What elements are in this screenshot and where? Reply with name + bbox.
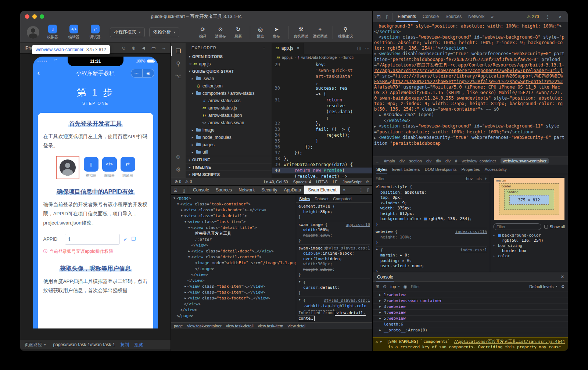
mini-program-screen[interactable]: ●●●●● ◠ 11:31 100% ‹ 小程序新手教程 ••• ◉ xyxy=(33,57,158,328)
expand-arrow-icon[interactable]: ▼ xyxy=(183,219,187,225)
warnings-indicator[interactable]: ⚠ 0 xyxy=(185,179,192,184)
expand-arrow-icon[interactable] xyxy=(191,266,195,272)
code-area[interactable]: 29 key: 'swan-quick-st art-tasksData' xyxy=(272,61,372,178)
element-node[interactable]: </view> xyxy=(171,243,296,248)
stylesheet-link[interactable]: styles_slaves.css:1 xyxy=(324,298,370,303)
page-path-select[interactable]: 页面路径 xyxy=(25,342,42,348)
expand-arrow-icon[interactable]: ▶ xyxy=(379,310,384,315)
expand-arrow-icon[interactable]: ▶ xyxy=(380,339,385,344)
box-model-margin[interactable]: margin border padding 375 × 812 xyxy=(494,178,564,220)
css-property[interactable]: z-index: 9; xyxy=(376,201,487,206)
close-drawer-icon[interactable]: × xyxy=(561,274,564,280)
status-item[interactable]: Ln 40, Col 50 xyxy=(264,180,288,184)
rule-selector[interactable]: * xyxy=(298,280,301,285)
section-open-editors[interactable]: ▾ OPEN EDITORS xyxy=(186,53,272,60)
element-node[interactable]: ▼<webview disablewebsecurity="true" webp… xyxy=(374,51,565,112)
css-property[interactable]: height:225px; xyxy=(298,267,370,273)
styles-pane-tab[interactable]: Computed xyxy=(333,197,352,201)
source-link[interactable]: /Applications/百度开发者工具…ist/san.ssr.js:464… xyxy=(454,339,565,344)
element-node[interactable]: </view> xyxy=(171,278,296,284)
more-actions-icon[interactable]: ⋯ xyxy=(365,46,369,51)
breadcrumb-item[interactable]: section xyxy=(409,159,422,163)
console-entry[interactable]: ▶1: webview xyxy=(373,292,568,298)
search-icon[interactable]: ⚲ xyxy=(171,57,186,70)
source-control-icon[interactable]: ⌥ xyxy=(171,70,186,82)
close-icon[interactable]: × xyxy=(297,46,300,51)
element-node[interactable]: ▶#shadow-root (open) xyxy=(374,112,565,118)
element-node[interactable]: ▶<section class="webview-background" id=… xyxy=(374,123,565,135)
panel-toggle-button[interactable]: ⇄ 调试器 xyxy=(87,25,103,40)
close-icon[interactable]: × xyxy=(556,14,564,19)
expand-arrow-icon[interactable]: ▼ xyxy=(180,213,184,219)
css-property[interactable]: overflow:hidden; xyxy=(298,256,370,262)
css-property[interactable]: width:300px; xyxy=(298,262,370,267)
new-rule-button[interactable]: + xyxy=(485,176,487,181)
computed-property[interactable]: ▸background-color rgb(50, 136, 254) xyxy=(493,233,565,243)
color-swatch[interactable] xyxy=(424,218,427,220)
expand-arrow-icon[interactable] xyxy=(172,313,176,319)
status-item[interactable]: Spaces: 4 xyxy=(293,180,311,184)
expand-arrow-icon[interactable]: ▸ xyxy=(493,254,497,259)
open-editor-item[interactable]: × JS app.js xyxy=(186,60,272,68)
expand-arrow-icon[interactable]: ▼ xyxy=(374,51,379,57)
devtools-tab[interactable]: Elements xyxy=(394,11,419,22)
styles-filter-input[interactable] xyxy=(376,176,462,181)
expand-arrow-icon[interactable] xyxy=(187,272,191,278)
toggle-class-button[interactable]: .cls xyxy=(476,176,482,181)
element-node[interactable]: ::after xyxy=(171,237,296,243)
styles-pane-tab[interactable]: Styles xyxy=(299,197,310,201)
expand-arrow-icon[interactable] xyxy=(180,301,184,307)
expand-arrow-icon[interactable] xyxy=(379,321,384,327)
expand-arrow-icon[interactable]: ▸ xyxy=(493,233,497,238)
console-entry[interactable]: ▶2: webview.swan-container xyxy=(373,298,568,304)
device-toolbar-icon[interactable]: ▯ xyxy=(383,11,391,22)
mode-select[interactable]: 小程序模式 ▾ xyxy=(110,28,145,37)
css-property[interactable]: cursor:default; xyxy=(298,285,370,291)
expand-arrow-icon[interactable]: ▶ xyxy=(187,248,191,254)
file-tree-item[interactable]: ▸ image xyxy=(186,126,272,134)
css-property[interactable]: height: 100%; xyxy=(376,235,487,240)
console-entry[interactable]: ▶5: webview xyxy=(373,316,568,321)
css-property[interactable]: padding: ▸ 0; xyxy=(376,258,487,264)
breadcrumb-item[interactable]: view.detai xyxy=(288,324,305,328)
expand-arrow-icon[interactable]: ▶ xyxy=(374,135,379,141)
element-node[interactable]: ▼<view class="task-container"> xyxy=(171,201,296,207)
sidebar-tab[interactable]: Event Listeners xyxy=(392,167,420,172)
devtools-tab[interactable]: Sources xyxy=(212,186,235,194)
appid-input[interactable] xyxy=(65,234,120,245)
analysis-select[interactable]: 依赖分析 ▾ xyxy=(149,28,180,37)
more-actions-icon[interactable]: ⋯ xyxy=(261,46,266,50)
close-icon[interactable]: × xyxy=(189,62,191,66)
element-node[interactable]: ▼<page> xyxy=(171,195,296,201)
devtools-tab[interactable]: Network xyxy=(465,11,488,22)
element-node[interactable]: </image> xyxy=(171,266,296,272)
element-node[interactable]: ▼<view class="task-item"> xyxy=(171,219,296,225)
preview-path-link[interactable]: 预览 xyxy=(134,342,143,348)
element-node[interactable]: ▶<view class="detail-desc">…</view> xyxy=(171,248,296,254)
box-model-padding[interactable]: padding 375 × 812 xyxy=(504,189,554,210)
console-entry[interactable]: ▶__proto__: Array(0) xyxy=(373,327,568,333)
css-property[interactable]: background-color: rgb(50, 136, 254); xyxy=(376,216,487,222)
element-node[interactable]: ▶<view class="task-footer">…</view> xyxy=(171,295,296,301)
box-model-content[interactable]: 375 × 812 xyxy=(509,195,549,205)
device-toolbar-icon[interactable]: ☺ xyxy=(121,45,126,51)
context-select[interactable]: top ▾ xyxy=(390,284,399,289)
toolbar-action-button[interactable]: ⚲ 搜索建议 xyxy=(333,26,355,39)
computed-property[interactable]: ▸box-sizing border-box xyxy=(493,243,565,254)
console-entry[interactable]: length: 6 xyxy=(373,321,568,327)
expand-arrow-icon[interactable]: ▶ xyxy=(379,298,384,303)
file-tree-item[interactable]: <> arrow-status.swan xyxy=(186,119,272,126)
kebab-menu-icon[interactable]: ⋮ xyxy=(542,14,552,19)
styles-pane-tab[interactable]: Dataset xyxy=(315,197,329,201)
status-item[interactable]: JavaScript xyxy=(343,180,361,184)
toolbar-action-button[interactable]: ⊘ 清缓存 xyxy=(212,26,229,39)
expand-arrow-icon[interactable] xyxy=(191,260,195,266)
editor-tab-appjs[interactable]: JS app.js × xyxy=(272,43,304,54)
rule-selector[interactable]: swan-image xyxy=(298,246,323,251)
kebab-menu-icon[interactable]: ⋮ xyxy=(359,187,363,193)
console-warning[interactable]: ⚠ ▶ [SAN WARNING] `components` /Applicat… xyxy=(373,337,568,351)
rule-selector[interactable]: element.style xyxy=(376,184,407,189)
toolbar-action-button[interactable]: ⚒ 真机调试 xyxy=(288,26,311,39)
file-tree-item[interactable]: {} arrow-status.json xyxy=(186,112,272,119)
overflow-icon[interactable]: » xyxy=(340,186,349,194)
